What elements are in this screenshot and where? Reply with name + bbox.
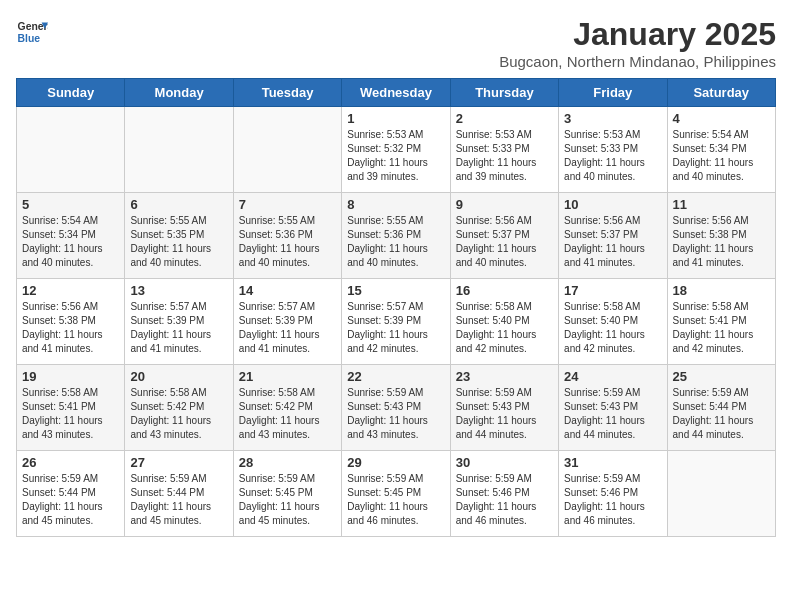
logo-icon: General Blue (16, 16, 48, 48)
table-row: 3Sunrise: 5:53 AM Sunset: 5:33 PM Daylig… (559, 107, 667, 193)
col-saturday: Saturday (667, 79, 775, 107)
day-number: 8 (347, 197, 444, 212)
svg-text:Blue: Blue (18, 33, 41, 44)
calendar-week-row: 5Sunrise: 5:54 AM Sunset: 5:34 PM Daylig… (17, 193, 776, 279)
cell-content: Sunrise: 5:58 AM Sunset: 5:42 PM Dayligh… (239, 386, 336, 442)
cell-content: Sunrise: 5:59 AM Sunset: 5:46 PM Dayligh… (456, 472, 553, 528)
day-number: 10 (564, 197, 661, 212)
day-number: 14 (239, 283, 336, 298)
calendar-subtitle: Bugcaon, Northern Mindanao, Philippines (499, 53, 776, 70)
day-number: 3 (564, 111, 661, 126)
table-row: 19Sunrise: 5:58 AM Sunset: 5:41 PM Dayli… (17, 365, 125, 451)
cell-content: Sunrise: 5:59 AM Sunset: 5:43 PM Dayligh… (564, 386, 661, 442)
day-number: 22 (347, 369, 444, 384)
cell-content: Sunrise: 5:59 AM Sunset: 5:43 PM Dayligh… (456, 386, 553, 442)
cell-content: Sunrise: 5:58 AM Sunset: 5:41 PM Dayligh… (22, 386, 119, 442)
day-number: 12 (22, 283, 119, 298)
cell-content: Sunrise: 5:53 AM Sunset: 5:32 PM Dayligh… (347, 128, 444, 184)
cell-content: Sunrise: 5:58 AM Sunset: 5:40 PM Dayligh… (564, 300, 661, 356)
cell-content: Sunrise: 5:53 AM Sunset: 5:33 PM Dayligh… (456, 128, 553, 184)
cell-content: Sunrise: 5:57 AM Sunset: 5:39 PM Dayligh… (239, 300, 336, 356)
calendar-header-row: Sunday Monday Tuesday Wednesday Thursday… (17, 79, 776, 107)
title-block: January 2025 Bugcaon, Northern Mindanao,… (499, 16, 776, 70)
table-row: 15Sunrise: 5:57 AM Sunset: 5:39 PM Dayli… (342, 279, 450, 365)
cell-content: Sunrise: 5:56 AM Sunset: 5:38 PM Dayligh… (22, 300, 119, 356)
day-number: 7 (239, 197, 336, 212)
page-header: General Blue January 2025 Bugcaon, North… (16, 16, 776, 70)
day-number: 16 (456, 283, 553, 298)
cell-content: Sunrise: 5:58 AM Sunset: 5:40 PM Dayligh… (456, 300, 553, 356)
cell-content: Sunrise: 5:55 AM Sunset: 5:36 PM Dayligh… (239, 214, 336, 270)
day-number: 5 (22, 197, 119, 212)
calendar-table: Sunday Monday Tuesday Wednesday Thursday… (16, 78, 776, 537)
cell-content: Sunrise: 5:55 AM Sunset: 5:36 PM Dayligh… (347, 214, 444, 270)
table-row: 7Sunrise: 5:55 AM Sunset: 5:36 PM Daylig… (233, 193, 341, 279)
day-number: 17 (564, 283, 661, 298)
cell-content: Sunrise: 5:56 AM Sunset: 5:38 PM Dayligh… (673, 214, 770, 270)
cell-content: Sunrise: 5:59 AM Sunset: 5:44 PM Dayligh… (22, 472, 119, 528)
table-row (233, 107, 341, 193)
table-row: 9Sunrise: 5:56 AM Sunset: 5:37 PM Daylig… (450, 193, 558, 279)
table-row: 20Sunrise: 5:58 AM Sunset: 5:42 PM Dayli… (125, 365, 233, 451)
table-row (125, 107, 233, 193)
col-friday: Friday (559, 79, 667, 107)
table-row: 13Sunrise: 5:57 AM Sunset: 5:39 PM Dayli… (125, 279, 233, 365)
col-sunday: Sunday (17, 79, 125, 107)
day-number: 11 (673, 197, 770, 212)
col-tuesday: Tuesday (233, 79, 341, 107)
table-row: 14Sunrise: 5:57 AM Sunset: 5:39 PM Dayli… (233, 279, 341, 365)
day-number: 2 (456, 111, 553, 126)
calendar-week-row: 12Sunrise: 5:56 AM Sunset: 5:38 PM Dayli… (17, 279, 776, 365)
table-row: 2Sunrise: 5:53 AM Sunset: 5:33 PM Daylig… (450, 107, 558, 193)
table-row (667, 451, 775, 537)
table-row: 23Sunrise: 5:59 AM Sunset: 5:43 PM Dayli… (450, 365, 558, 451)
table-row: 10Sunrise: 5:56 AM Sunset: 5:37 PM Dayli… (559, 193, 667, 279)
day-number: 31 (564, 455, 661, 470)
table-row: 6Sunrise: 5:55 AM Sunset: 5:35 PM Daylig… (125, 193, 233, 279)
table-row: 31Sunrise: 5:59 AM Sunset: 5:46 PM Dayli… (559, 451, 667, 537)
cell-content: Sunrise: 5:57 AM Sunset: 5:39 PM Dayligh… (130, 300, 227, 356)
cell-content: Sunrise: 5:59 AM Sunset: 5:46 PM Dayligh… (564, 472, 661, 528)
table-row (17, 107, 125, 193)
day-number: 6 (130, 197, 227, 212)
cell-content: Sunrise: 5:53 AM Sunset: 5:33 PM Dayligh… (564, 128, 661, 184)
day-number: 20 (130, 369, 227, 384)
cell-content: Sunrise: 5:55 AM Sunset: 5:35 PM Dayligh… (130, 214, 227, 270)
table-row: 8Sunrise: 5:55 AM Sunset: 5:36 PM Daylig… (342, 193, 450, 279)
day-number: 29 (347, 455, 444, 470)
day-number: 9 (456, 197, 553, 212)
table-row: 27Sunrise: 5:59 AM Sunset: 5:44 PM Dayli… (125, 451, 233, 537)
col-monday: Monday (125, 79, 233, 107)
table-row: 11Sunrise: 5:56 AM Sunset: 5:38 PM Dayli… (667, 193, 775, 279)
day-number: 25 (673, 369, 770, 384)
col-wednesday: Wednesday (342, 79, 450, 107)
cell-content: Sunrise: 5:59 AM Sunset: 5:43 PM Dayligh… (347, 386, 444, 442)
logo: General Blue (16, 16, 48, 48)
calendar-week-row: 19Sunrise: 5:58 AM Sunset: 5:41 PM Dayli… (17, 365, 776, 451)
cell-content: Sunrise: 5:56 AM Sunset: 5:37 PM Dayligh… (564, 214, 661, 270)
table-row: 30Sunrise: 5:59 AM Sunset: 5:46 PM Dayli… (450, 451, 558, 537)
cell-content: Sunrise: 5:54 AM Sunset: 5:34 PM Dayligh… (22, 214, 119, 270)
day-number: 30 (456, 455, 553, 470)
calendar-title: January 2025 (499, 16, 776, 53)
day-number: 13 (130, 283, 227, 298)
cell-content: Sunrise: 5:54 AM Sunset: 5:34 PM Dayligh… (673, 128, 770, 184)
col-thursday: Thursday (450, 79, 558, 107)
cell-content: Sunrise: 5:56 AM Sunset: 5:37 PM Dayligh… (456, 214, 553, 270)
cell-content: Sunrise: 5:57 AM Sunset: 5:39 PM Dayligh… (347, 300, 444, 356)
cell-content: Sunrise: 5:59 AM Sunset: 5:45 PM Dayligh… (347, 472, 444, 528)
table-row: 22Sunrise: 5:59 AM Sunset: 5:43 PM Dayli… (342, 365, 450, 451)
table-row: 5Sunrise: 5:54 AM Sunset: 5:34 PM Daylig… (17, 193, 125, 279)
table-row: 1Sunrise: 5:53 AM Sunset: 5:32 PM Daylig… (342, 107, 450, 193)
table-row: 29Sunrise: 5:59 AM Sunset: 5:45 PM Dayli… (342, 451, 450, 537)
table-row: 21Sunrise: 5:58 AM Sunset: 5:42 PM Dayli… (233, 365, 341, 451)
day-number: 21 (239, 369, 336, 384)
table-row: 18Sunrise: 5:58 AM Sunset: 5:41 PM Dayli… (667, 279, 775, 365)
day-number: 4 (673, 111, 770, 126)
table-row: 4Sunrise: 5:54 AM Sunset: 5:34 PM Daylig… (667, 107, 775, 193)
day-number: 18 (673, 283, 770, 298)
cell-content: Sunrise: 5:58 AM Sunset: 5:41 PM Dayligh… (673, 300, 770, 356)
calendar-week-row: 1Sunrise: 5:53 AM Sunset: 5:32 PM Daylig… (17, 107, 776, 193)
cell-content: Sunrise: 5:59 AM Sunset: 5:45 PM Dayligh… (239, 472, 336, 528)
cell-content: Sunrise: 5:59 AM Sunset: 5:44 PM Dayligh… (673, 386, 770, 442)
